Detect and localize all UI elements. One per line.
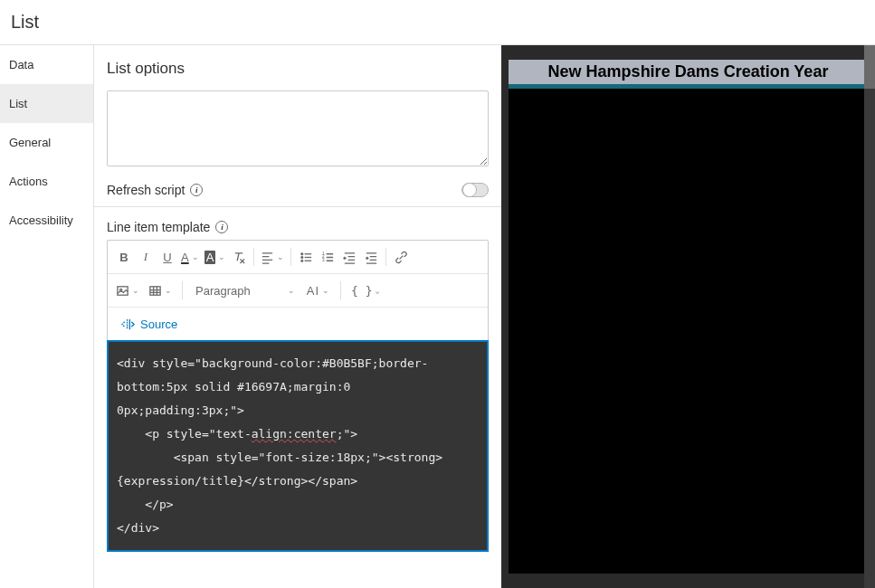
config-sidebar: Data List General Actions Accessibility xyxy=(0,45,94,588)
preview-banner-text: New Hampshire Dams Creation Year xyxy=(548,62,829,81)
highlight-color-button[interactable]: A ⌄ xyxy=(202,246,229,268)
indent-button[interactable] xyxy=(360,246,382,268)
editor-toolbar-row1: B I U A ⌄ A ⌄ ⌄ xyxy=(108,241,488,274)
app-header: List xyxy=(0,0,875,45)
svg-rect-8 xyxy=(150,286,160,294)
info-icon[interactable]: i xyxy=(190,184,203,196)
image-button[interactable]: ⌄ xyxy=(113,280,142,301)
source-icon xyxy=(120,317,135,331)
sidebar-item-data[interactable]: Data xyxy=(0,45,93,84)
sidebar-item-label: List xyxy=(9,97,27,110)
toolbar-separator xyxy=(340,281,341,299)
italic-button[interactable]: I xyxy=(135,246,157,268)
chevron-down-icon: ⌄ xyxy=(322,286,330,295)
source-label: Source xyxy=(140,318,177,331)
sidebar-item-label: Data xyxy=(9,58,33,71)
label-text: Refresh script xyxy=(107,183,185,197)
editor-toolbar-row3: Source xyxy=(108,308,488,341)
svg-point-0 xyxy=(301,252,303,254)
preview-canvas: New Hampshire Dams Creation Year xyxy=(509,60,868,574)
ai-button[interactable]: AI ⌄ xyxy=(304,280,333,301)
preview-scrollbar[interactable] xyxy=(864,45,875,588)
chevron-down-icon: ⌄ xyxy=(192,252,199,261)
preview-list-item: New Hampshire Dams Creation Year xyxy=(509,60,868,89)
refresh-script-label: Refresh script i xyxy=(107,183,203,197)
chevron-down-icon: ⌄ xyxy=(288,286,295,295)
table-button[interactable]: ⌄ xyxy=(146,280,175,301)
chevron-down-icon: ⌄ xyxy=(218,252,225,261)
clear-formatting-button[interactable] xyxy=(228,246,250,268)
source-code-editor[interactable]: <div style="background-color:#B0B5BF;bor… xyxy=(108,341,488,551)
paragraph-style-select[interactable]: Paragraph ⌄ xyxy=(190,282,300,299)
sidebar-item-actions[interactable]: Actions xyxy=(0,162,93,201)
panel-title: List options xyxy=(94,45,501,90)
config-panel: List options Refresh script i Line item … xyxy=(94,45,501,588)
text-color-button[interactable]: A ⌄ xyxy=(178,246,202,268)
source-toggle-button[interactable]: Source xyxy=(115,313,183,335)
toolbar-separator xyxy=(290,248,291,266)
toggle-knob xyxy=(462,183,477,197)
braces-label: { } xyxy=(351,284,372,298)
numbered-list-button[interactable]: 123 xyxy=(317,246,338,268)
sidebar-item-label: General xyxy=(9,136,51,149)
ai-label: AI xyxy=(307,284,319,298)
sidebar-item-general[interactable]: General xyxy=(0,123,93,162)
page-title: List xyxy=(11,12,39,33)
sidebar-item-label: Accessibility xyxy=(9,213,73,227)
chevron-down-icon: ⌄ xyxy=(132,286,139,295)
sidebar-item-accessibility[interactable]: Accessibility xyxy=(0,201,93,240)
link-button[interactable] xyxy=(390,246,412,268)
insert-field-button[interactable]: { } ⌄ xyxy=(348,280,383,301)
chevron-down-icon: ⌄ xyxy=(376,286,380,295)
refresh-script-toggle[interactable] xyxy=(461,183,489,197)
toolbar-separator xyxy=(253,248,254,266)
svg-text:3: 3 xyxy=(322,258,325,262)
main-layout: Data List General Actions Accessibility … xyxy=(0,45,875,588)
editor-toolbar-row2: ⌄ ⌄ Paragraph ⌄ AI ⌄ { } ⌄ xyxy=(108,274,488,308)
preview-scrollthumb[interactable] xyxy=(864,45,875,89)
chevron-down-icon: ⌄ xyxy=(165,286,172,295)
outdent-button[interactable] xyxy=(338,246,360,268)
line-item-template-label: Line item template i xyxy=(94,207,501,240)
script-textarea[interactable] xyxy=(107,90,489,166)
toolbar-separator xyxy=(385,248,386,266)
alignment-button[interactable]: ⌄ xyxy=(258,246,287,268)
refresh-script-row: Refresh script i xyxy=(94,174,501,207)
info-icon[interactable]: i xyxy=(215,221,228,233)
rich-text-editor: B I U A ⌄ A ⌄ ⌄ xyxy=(107,240,489,552)
preview-pane: New Hampshire Dams Creation Year xyxy=(501,45,875,588)
label-text: Line item template xyxy=(107,220,210,234)
bold-button[interactable]: B xyxy=(113,246,135,268)
underline-button[interactable]: U xyxy=(157,246,178,268)
paragraph-label: Paragraph xyxy=(195,284,251,298)
sidebar-item-label: Actions xyxy=(9,175,48,188)
toolbar-separator xyxy=(182,281,183,299)
bullet-list-button[interactable] xyxy=(295,246,317,268)
sidebar-item-list[interactable]: List xyxy=(0,84,93,123)
svg-point-1 xyxy=(301,256,303,258)
svg-point-2 xyxy=(301,260,303,261)
chevron-down-icon: ⌄ xyxy=(277,252,284,261)
